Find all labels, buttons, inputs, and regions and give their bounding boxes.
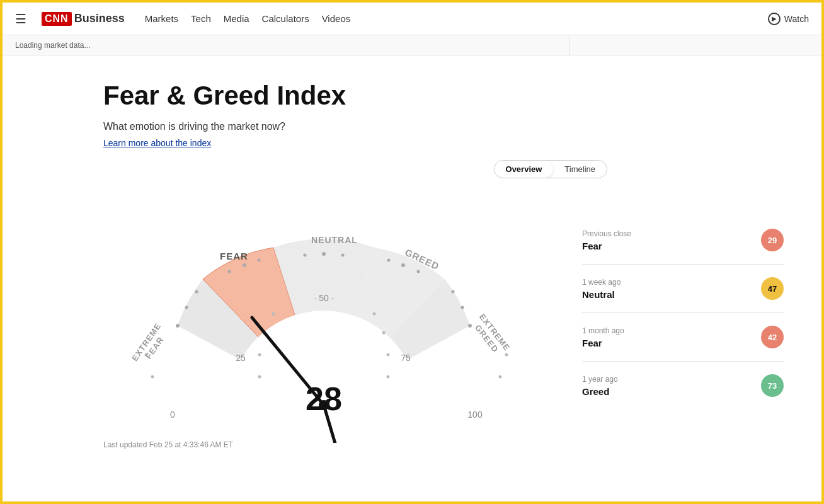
- svg-point-20: [373, 312, 376, 316]
- page-title: Fear & Greed Index: [103, 81, 784, 111]
- stat-text: 1 week ago Neutral: [582, 278, 621, 300]
- svg-point-5: [228, 270, 231, 273]
- stat-item: 1 year ago Greed 73: [582, 374, 784, 410]
- stat-period: 1 week ago: [582, 278, 621, 287]
- tab-overview[interactable]: Overview: [495, 161, 554, 178]
- svg-text:75: 75: [401, 353, 411, 363]
- stat-sentiment: Fear: [582, 338, 624, 348]
- stat-sentiment: Neutral: [582, 289, 621, 300]
- svg-point-6: [258, 259, 261, 262]
- nav-logo: CNN Business: [42, 12, 125, 26]
- nav-videos[interactable]: Videos: [322, 13, 351, 24]
- last-updated: Last updated Feb 25 at 4:33:46 AM ET: [103, 440, 233, 449]
- svg-point-11: [387, 259, 391, 262]
- page-subtitle: What emotion is driving the market now?: [103, 121, 784, 132]
- gauge-container: 0 25 · 50 · 75 100: [103, 191, 544, 443]
- svg-point-26: [151, 375, 154, 379]
- stat-sentiment: Greed: [582, 386, 618, 397]
- svg-point-16: [272, 312, 275, 316]
- gauge-current-value: 28: [306, 380, 342, 418]
- tab-timeline[interactable]: Timeline: [553, 161, 607, 178]
- svg-point-12: [417, 270, 420, 273]
- stat-period: 1 month ago: [582, 326, 624, 335]
- stat-badge: 29: [761, 229, 784, 251]
- stat-item: 1 week ago Neutral 47: [582, 277, 784, 313]
- tab-group: Overview Timeline: [494, 160, 607, 178]
- watch-icon: ▶: [768, 13, 781, 25]
- stat-badge: 73: [761, 374, 784, 397]
- hamburger-icon[interactable]: ☰: [15, 11, 26, 26]
- stat-item: 1 month ago Fear 42: [582, 326, 784, 362]
- ticker-divider: [569, 35, 569, 55]
- svg-point-19: [258, 375, 261, 379]
- svg-point-25: [505, 353, 508, 357]
- svg-text:100: 100: [467, 410, 483, 420]
- nav-watch[interactable]: ▶ Watch: [768, 13, 809, 25]
- business-label: Business: [74, 12, 125, 25]
- ticker-bar: Loading market data...: [3, 35, 821, 55]
- svg-point-4: [243, 263, 246, 267]
- navbar: ☰ CNN Business Markets Tech Media Calcul…: [3, 3, 821, 35]
- stat-item: Previous close Fear 29: [582, 229, 784, 265]
- svg-point-3: [195, 290, 198, 294]
- svg-point-1: [176, 324, 180, 328]
- watch-label: Watch: [784, 14, 809, 24]
- svg-text:0: 0: [170, 410, 175, 420]
- stat-badge: 47: [761, 277, 784, 300]
- svg-text:25: 25: [236, 353, 246, 363]
- cnn-logo-text: CNN: [42, 12, 72, 26]
- svg-point-9: [341, 254, 345, 257]
- gauge-section: 0 25 · 50 · 75 100: [103, 191, 784, 443]
- stats-panel: Previous close Fear 29 1 week ago Neutra…: [582, 191, 784, 422]
- stat-text: Previous close Fear: [582, 229, 631, 251]
- svg-point-15: [452, 290, 455, 294]
- tab-controls: Overview Timeline: [103, 160, 784, 178]
- svg-point-8: [304, 254, 307, 257]
- stat-badge: 42: [761, 326, 784, 348]
- svg-point-23: [387, 375, 390, 379]
- label-fear: FEAR: [220, 251, 248, 261]
- stat-period: 1 year ago: [582, 375, 618, 384]
- stat-text: 1 month ago Fear: [582, 326, 624, 348]
- ticker-content: Loading market data...: [3, 41, 103, 50]
- svg-point-22: [387, 353, 390, 357]
- learn-more-link[interactable]: Learn more about the index: [103, 138, 211, 148]
- svg-text:· 50 ·: · 50 ·: [314, 293, 333, 303]
- svg-point-14: [461, 306, 464, 309]
- svg-point-24: [499, 375, 502, 379]
- stat-period: Previous close: [582, 229, 631, 238]
- svg-point-10: [401, 263, 405, 267]
- stat-sentiment: Fear: [582, 241, 631, 251]
- nav-calculators[interactable]: Calculators: [262, 13, 309, 24]
- svg-point-21: [382, 331, 386, 335]
- nav-markets[interactable]: Markets: [145, 13, 178, 24]
- stat-text: 1 year ago Greed: [582, 375, 618, 397]
- nav-links: Markets Tech Media Calculators Videos: [145, 13, 351, 25]
- nav-media[interactable]: Media: [224, 13, 249, 24]
- svg-point-2: [185, 306, 188, 309]
- svg-point-7: [322, 252, 326, 256]
- label-neutral: NEUTRAL: [311, 235, 358, 245]
- svg-point-18: [258, 353, 261, 357]
- nav-tech[interactable]: Tech: [191, 13, 211, 24]
- main-content: Fear & Greed Index What emotion is drivi…: [3, 55, 821, 455]
